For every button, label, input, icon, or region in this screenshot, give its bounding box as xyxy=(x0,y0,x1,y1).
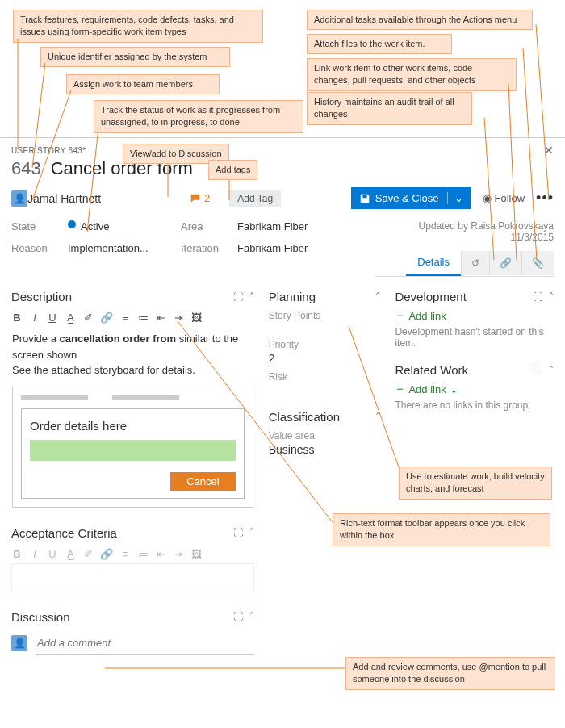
related-text: There are no links in this group. xyxy=(395,400,554,411)
development-header: Development xyxy=(395,290,466,303)
expand-icon[interactable]: ⛶ xyxy=(233,611,243,622)
priority-value[interactable]: 2 xyxy=(269,352,381,365)
development-text: Development hasn't started on this item. xyxy=(395,326,554,349)
iteration-label: Iteration xyxy=(181,242,237,254)
plus-icon: ＋ xyxy=(395,382,405,396)
font-color-button[interactable]: A̲ xyxy=(65,312,76,324)
avatar: 👤 xyxy=(11,190,27,207)
history-icon[interactable]: ↺ xyxy=(461,251,489,275)
link-button[interactable]: 🔗 xyxy=(100,312,113,324)
underline-button[interactable]: U xyxy=(47,312,58,324)
chevron-up-icon[interactable]: ˄ xyxy=(249,291,254,303)
indent-button[interactable]: ⇥ xyxy=(173,312,184,324)
follow-button[interactable]: ◉ Follow xyxy=(483,192,525,204)
area-value[interactable]: Fabrikam Fiber xyxy=(237,220,308,232)
save-icon xyxy=(359,193,370,204)
state-label: State xyxy=(11,220,68,232)
acceptance-body[interactable] xyxy=(11,563,254,592)
value-area-label: Value area xyxy=(269,430,381,441)
chevron-down-icon[interactable]: ⌄ xyxy=(447,192,463,204)
chevron-up-icon[interactable]: ˄ xyxy=(375,291,380,303)
risk-label: Risk xyxy=(269,371,381,383)
area-label: Area xyxy=(181,220,237,232)
assigned-to[interactable]: Jamal Hartnett xyxy=(27,192,101,205)
planning-header: Planning xyxy=(269,290,316,303)
add-link-button[interactable]: ＋Add link xyxy=(395,308,554,323)
classification-header: Classification xyxy=(269,410,340,424)
italic-button[interactable]: I xyxy=(29,312,40,324)
mockup-cancel-button: Cancel xyxy=(170,472,235,491)
chevron-up-icon[interactable]: ˄ xyxy=(249,527,254,538)
add-link-button[interactable]: ＋Add link ⌄ xyxy=(395,382,554,396)
expand-icon[interactable]: ⛶ xyxy=(533,291,542,303)
chevron-up-icon[interactable]: ˄ xyxy=(249,611,254,622)
story-points-label: Story Points xyxy=(269,310,381,321)
eye-icon: ◉ xyxy=(483,192,492,204)
work-item-type: USER STORY 643* xyxy=(11,146,554,155)
mockup-title: Order details here xyxy=(30,417,236,436)
avatar: 👤 xyxy=(11,635,27,651)
mockup-image: Order details here Cancel xyxy=(12,387,253,508)
annotation: Track the status of work as it progresse… xyxy=(94,100,303,133)
outdent-button[interactable]: ⇤ xyxy=(155,312,166,324)
comment-icon xyxy=(190,193,201,204)
links-icon[interactable]: 🔗 xyxy=(489,251,521,275)
annotation: Link work item to other work items, code… xyxy=(307,58,517,91)
image-button[interactable]: 🖼 xyxy=(190,312,202,324)
chevron-down-icon[interactable]: ⌄ xyxy=(450,383,458,395)
bold-button[interactable]: B xyxy=(11,312,23,324)
number-list-button[interactable]: ≔ xyxy=(137,312,149,324)
related-header: Related Work xyxy=(395,363,468,377)
annotation: Add and review comments, use @mention to… xyxy=(345,657,555,690)
description-body[interactable]: Provide a cancellation order from simila… xyxy=(11,327,254,512)
state-value[interactable]: Active xyxy=(81,220,109,232)
reason-value[interactable]: Implementation... xyxy=(68,242,149,254)
add-tag-button[interactable]: Add Tag xyxy=(229,190,281,207)
annotation: Add tags xyxy=(208,160,257,180)
annotation: History maintains an audit trail of all … xyxy=(307,92,472,125)
rich-text-toolbar[interactable]: B I U A̲ ✐ 🔗 ≡ ≔ ⇤ ⇥ 🖼 xyxy=(11,308,254,327)
clear-format-button[interactable]: ✐ xyxy=(82,312,94,324)
state-dot-icon xyxy=(68,220,76,228)
expand-icon[interactable]: ⛶ xyxy=(233,291,243,303)
expand-icon[interactable]: ⛶ xyxy=(533,365,542,376)
comment-input[interactable] xyxy=(36,632,254,655)
discussion-count[interactable]: 2 xyxy=(190,192,210,204)
reason-label: Reason xyxy=(11,242,68,254)
work-item-id: 643 xyxy=(11,158,41,179)
actions-menu[interactable]: ••• xyxy=(536,190,554,207)
plus-icon: ＋ xyxy=(395,308,405,323)
value-area-value[interactable]: Business xyxy=(269,443,381,456)
chevron-up-icon[interactable]: ˄ xyxy=(549,365,554,376)
attachments-icon[interactable]: 📎 xyxy=(521,251,554,275)
discussion-header: Discussion xyxy=(11,610,70,624)
expand-icon[interactable]: ⛶ xyxy=(233,527,243,538)
acceptance-header: Acceptance Criteria xyxy=(11,526,117,540)
annotation: Unique identifier assigned by the system xyxy=(40,47,230,67)
close-icon[interactable]: ✕ xyxy=(544,144,554,157)
annotation: Additional tasks available through the A… xyxy=(307,10,533,30)
chevron-up-icon[interactable]: ˄ xyxy=(375,412,380,423)
bullet-list-button[interactable]: ≡ xyxy=(119,312,131,324)
annotation: Rich-text format toolbar appears once yo… xyxy=(333,513,550,546)
rich-text-toolbar-disabled: BIUA̲✐🔗≡≔⇤⇥🖼 xyxy=(11,545,254,563)
annotation: Track features, requirements, code defec… xyxy=(13,10,263,43)
description-header: Description xyxy=(11,290,72,303)
chevron-up-icon[interactable]: ˄ xyxy=(549,291,554,303)
updated-by: Updated by Raisa Pokrovskaya 11/3/2015 xyxy=(375,220,554,243)
annotation: Attach files to the work item. xyxy=(307,34,452,54)
tab-details[interactable]: Details xyxy=(406,249,461,276)
priority-label: Priority xyxy=(269,339,381,350)
annotation: Assign work to team members xyxy=(66,74,220,94)
annotation: Use to estimate work, build velocity cha… xyxy=(399,467,552,500)
save-close-button[interactable]: Save & Close ⌄ xyxy=(351,187,471,209)
iteration-value[interactable]: Fabrikam Fiber xyxy=(237,242,308,254)
